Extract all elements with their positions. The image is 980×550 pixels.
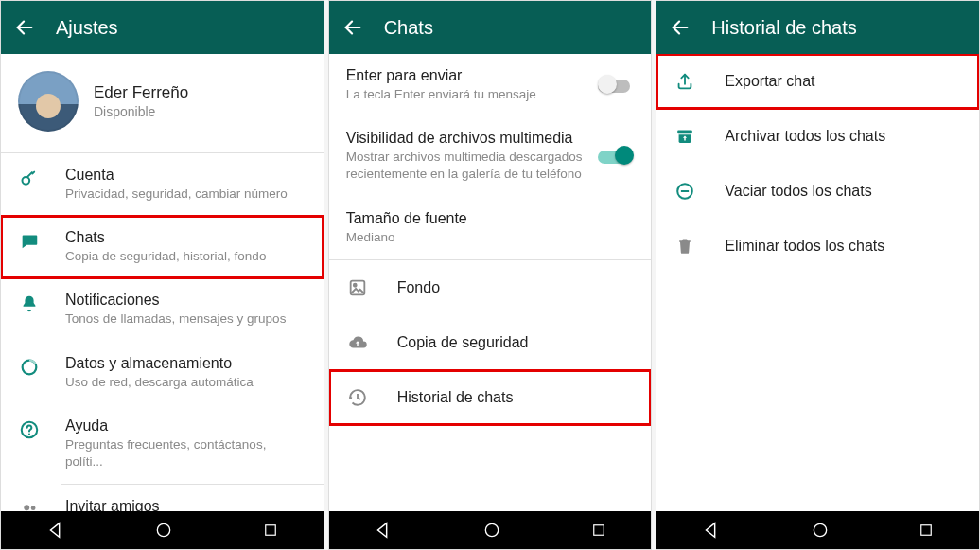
setting-title: Visibilidad de archivos multimedia [346,130,586,147]
setting-title: Tamaño de fuente [346,210,621,227]
setting-sub: Mostrar archivos multimedia descargados … [346,149,586,183]
appbar: Chats [329,1,652,54]
settings-item-sub: Copia de seguridad, historial, fondo [65,248,306,265]
nav-back-icon[interactable] [701,520,722,541]
nav-recents-icon[interactable] [918,522,935,539]
history-icon [346,387,369,408]
archive-icon [674,126,696,147]
history-item-label: Archivar todos los chats [725,128,885,145]
bell-icon [18,292,41,314]
appbar: Historial de chats [656,1,979,54]
data-usage-icon [18,355,41,378]
settings-item-title: Datos y almacenamiento [65,355,306,372]
settings-item-sub: Tonos de llamadas, mensajes y grupos [65,310,306,328]
profile-row[interactable]: Eder Ferreño Disponible [1,54,324,152]
appbar: Ajustes [1,1,324,54]
help-icon [18,417,41,440]
nav-back-icon[interactable] [373,520,394,541]
settings-item-title: Chats [65,229,306,246]
screen-chat-history: Historial de chats Exportar chat Archiva… [656,0,980,550]
settings-item-notifications[interactable]: Notificaciones Tonos de llamadas, mensaj… [1,278,324,341]
settings-item-chats[interactable]: Chats Copia de seguridad, historial, fon… [1,216,324,278]
settings-item-title: Notificaciones [65,292,306,309]
settings-item-invite[interactable]: Invitar amigos [1,485,324,511]
svg-point-8 [31,506,36,511]
history-content: Exportar chat Archivar todos los chats V… [656,54,979,511]
setting-sub: Mediano [346,229,621,246]
setting-label: Copia de seguridad [397,334,529,351]
appbar-title: Ajustes [56,17,118,39]
svg-point-14 [353,284,356,287]
history-item-delete-all[interactable]: Eliminar todos los chats [656,219,979,274]
nav-recents-icon[interactable] [590,522,607,539]
profile-name: Eder Ferreño [94,83,188,102]
settings-item-title: Ayuda [65,417,306,435]
svg-point-16 [485,523,498,536]
setting-chat-history[interactable]: Historial de chats [329,370,652,425]
svg-point-23 [814,523,826,536]
settings-item-help[interactable]: Ayuda Preguntas frecuentes, contáctanos,… [1,404,324,484]
svg-point-7 [24,506,29,511]
svg-point-10 [158,523,170,536]
settings-item-data[interactable]: Datos y almacenamiento Uso de red, desca… [1,342,324,404]
settings-content: Eder Ferreño Disponible Cuenta Privacida… [1,54,324,511]
svg-marker-9 [50,523,59,538]
android-navbar [329,511,652,549]
history-item-archive[interactable]: Archivar todos los chats [656,109,979,164]
profile-status: Disponible [94,104,188,119]
nav-home-icon[interactable] [482,521,501,540]
android-navbar [656,511,979,549]
key-icon [18,167,41,189]
settings-item-sub: Uso de red, descarga automática [65,374,306,391]
android-navbar [1,511,324,549]
cloud-upload-icon [346,332,369,353]
export-icon [674,71,696,92]
chat-icon [18,229,41,252]
setting-enter-to-send[interactable]: Enter para enviar La tecla Enter enviará… [329,54,652,116]
setting-title: Enter para enviar [346,67,586,84]
toggle-switch[interactable] [598,75,634,96]
svg-rect-19 [678,131,693,134]
chats-settings-content: Enter para enviar La tecla Enter enviará… [329,54,652,511]
back-arrow-icon[interactable] [342,17,363,38]
settings-item-sub: Preguntas frecuentes, contáctanos, polít… [65,436,306,470]
svg-point-6 [28,433,30,435]
people-icon [18,498,41,511]
nav-home-icon[interactable] [154,521,173,540]
screen-ajustes: Ajustes Eder Ferreño Disponible Cuenta P… [0,0,324,550]
setting-sub: La tecla Enter enviará tu mensaje [346,86,586,103]
nav-recents-icon[interactable] [262,522,279,539]
history-item-label: Exportar chat [725,73,814,90]
toggle-switch[interactable] [598,146,634,167]
history-item-clear[interactable]: Vaciar todos los chats [656,164,979,219]
setting-font-size[interactable]: Tamaño de fuente Mediano [329,197,652,259]
history-item-label: Eliminar todos los chats [725,238,884,255]
history-item-export[interactable]: Exportar chat [656,54,979,109]
setting-media-visibility[interactable]: Visibilidad de archivos multimedia Mostr… [329,116,652,196]
svg-marker-15 [378,523,387,538]
setting-label: Fondo [397,279,440,296]
svg-marker-22 [707,523,715,538]
setting-label: Historial de chats [397,389,514,406]
clear-icon [674,181,696,202]
back-arrow-icon[interactable] [14,17,35,38]
settings-item-account[interactable]: Cuenta Privacidad, seguridad, cambiar nú… [1,153,324,216]
setting-wallpaper[interactable]: Fondo [329,260,652,315]
screen-chats: Chats Enter para enviar La tecla Enter e… [328,0,653,550]
appbar-title: Historial de chats [711,17,856,39]
svg-rect-17 [593,525,604,536]
history-item-label: Vaciar todos los chats [725,183,871,200]
settings-item-title: Invitar amigos [65,498,306,511]
svg-rect-11 [266,525,276,536]
settings-item-sub: Privacidad, seguridad, cambiar número [65,186,306,203]
setting-backup[interactable]: Copia de seguridad [329,315,652,370]
appbar-title: Chats [384,17,433,39]
back-arrow-icon[interactable] [670,17,691,38]
svg-rect-24 [921,525,932,536]
nav-home-icon[interactable] [811,521,830,540]
wallpaper-icon [346,277,369,298]
nav-back-icon[interactable] [45,520,66,541]
settings-item-title: Cuenta [65,167,306,184]
svg-point-1 [22,177,29,185]
avatar [18,71,79,132]
